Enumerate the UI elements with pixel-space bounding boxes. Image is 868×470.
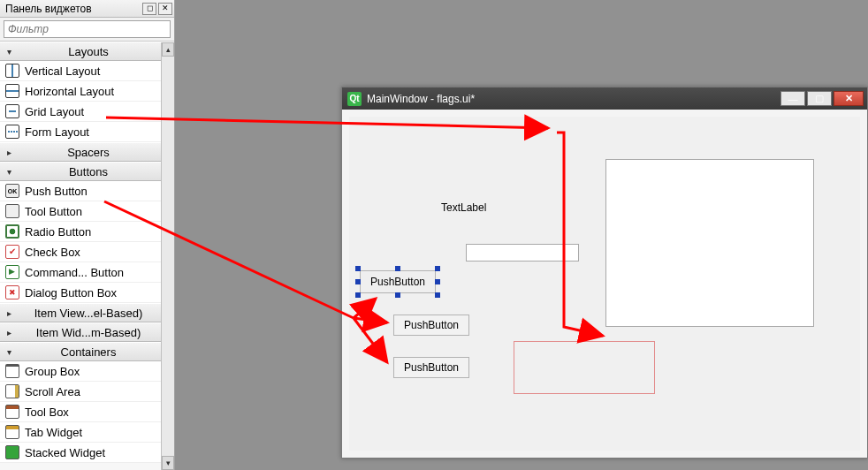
push-button-icon: OK: [5, 184, 19, 198]
widget-item-radio-button[interactable]: Radio Button: [0, 222, 174, 242]
category-buttons[interactable]: ▾ Buttons: [0, 162, 174, 181]
form-canvas[interactable]: TextLabel PushButton PushButton PushButt…: [349, 117, 860, 451]
radio-button-icon: [5, 224, 19, 239]
check-box-icon: [5, 245, 19, 259]
resize-handle[interactable]: [395, 292, 400, 298]
placed-push-button-3[interactable]: PushButton: [393, 357, 469, 378]
form-layout-icon: [5, 125, 19, 139]
button-label: PushButton: [370, 276, 425, 288]
filter-row: [0, 18, 174, 42]
widget-item-label: Check Box: [25, 246, 80, 259]
resize-handle[interactable]: [355, 292, 361, 298]
widget-item-dialog-button-box[interactable]: Dialog Button Box: [0, 283, 174, 303]
placed-push-button-selected[interactable]: PushButton: [360, 270, 436, 293]
form-title: MainWindow - flags.ui*: [367, 93, 779, 105]
category-containers[interactable]: ▾ Containers: [0, 342, 174, 361]
qt-logo-icon: Qt: [347, 92, 362, 106]
dock-close-button[interactable]: ✕: [158, 3, 172, 15]
tab-widget-icon: [5, 425, 19, 439]
category-spacers[interactable]: ▸ Spacers: [0, 142, 174, 162]
vertical-layout-icon: [5, 64, 19, 78]
chevron-right-icon: ▸: [3, 328, 15, 337]
widget-item-label: Tab Widget: [25, 426, 82, 439]
resize-handle[interactable]: [355, 266, 361, 271]
widget-item-check-box[interactable]: Check Box: [0, 242, 174, 262]
chevron-down-icon: ▾: [3, 167, 15, 177]
category-label: Containers: [15, 345, 174, 359]
widget-item-label: Tool Box: [25, 406, 69, 419]
placed-push-button-2[interactable]: PushButton: [393, 315, 469, 336]
maximize-button[interactable]: ▢: [807, 91, 832, 106]
dialog-button-box-icon: [5, 285, 19, 299]
widget-item-label: Tool Button: [25, 205, 82, 218]
chevron-right-icon: ▸: [3, 148, 15, 157]
widget-item-tab-widget[interactable]: Tab Widget: [0, 422, 174, 443]
tool-box-icon: [5, 405, 19, 419]
dock-titlebar: Панель виджетов ◻ ✕: [0, 0, 174, 18]
minimize-button[interactable]: —: [780, 91, 805, 106]
placed-text-label[interactable]: TextLabel: [441, 201, 486, 214]
button-label: PushButton: [404, 361, 459, 374]
widget-item-label: Push Button: [25, 185, 88, 198]
widget-box-dock: Панель виджетов ◻ ✕ ▾ Layouts Vertical L…: [0, 0, 175, 470]
widget-item-group-box[interactable]: Group Box: [0, 361, 174, 382]
widget-item-form-layout[interactable]: Form Layout: [0, 122, 174, 142]
close-icon: ✕: [845, 93, 853, 104]
widget-item-push-button[interactable]: OK Push Button: [0, 181, 174, 201]
widget-item-label: Radio Button: [25, 225, 91, 239]
category-layouts[interactable]: ▾ Layouts: [0, 42, 174, 61]
float-icon: ◻: [147, 4, 153, 12]
grid-layout-icon: [5, 104, 19, 118]
filter-input[interactable]: [4, 20, 171, 38]
widget-item-label: Dialog Button Box: [25, 286, 117, 299]
command-link-icon: [5, 265, 19, 279]
dock-title: Панель виджетов: [5, 3, 141, 15]
scroll-down-icon[interactable]: ▾: [162, 456, 174, 470]
scroll-up-icon[interactable]: ▴: [162, 42, 174, 57]
horizontal-layout-icon: [5, 84, 19, 98]
dock-float-button[interactable]: ◻: [142, 3, 156, 15]
widget-item-tool-box[interactable]: Tool Box: [0, 402, 174, 422]
chevron-down-icon: ▾: [3, 347, 15, 357]
placed-line-edit[interactable]: [466, 244, 579, 262]
widget-item-tool-button[interactable]: Tool Button: [0, 201, 174, 222]
widget-tree-scrollbar[interactable]: ▴ ▾: [161, 42, 174, 470]
widget-item-command-link-button[interactable]: Command... Button: [0, 262, 174, 283]
widget-item-stacked-widget[interactable]: Stacked Widget: [0, 443, 174, 463]
minimize-icon: —: [788, 94, 798, 104]
category-label: Spacers: [15, 146, 174, 159]
widget-item-label: Horizontal Layout: [25, 85, 114, 98]
close-button[interactable]: ✕: [834, 91, 864, 106]
widget-item-grid-layout[interactable]: Grid Layout: [0, 102, 174, 122]
scroll-area-icon: [5, 384, 19, 398]
window-buttons: — ▢ ✕: [779, 91, 864, 106]
stacked-widget-icon: [5, 445, 19, 459]
widget-item-label: Form Layout: [25, 125, 89, 139]
resize-handle[interactable]: [435, 279, 440, 284]
resize-handle[interactable]: [395, 266, 400, 271]
maximize-icon: ▢: [815, 93, 824, 104]
selection-wrapper: PushButton: [358, 269, 438, 295]
placed-layout-empty[interactable]: [514, 341, 655, 394]
widget-tree[interactable]: ▾ Layouts Vertical Layout Horizontal Lay…: [0, 42, 174, 469]
chevron-down-icon: ▾: [3, 47, 15, 57]
widget-item-vertical-layout[interactable]: Vertical Layout: [0, 61, 174, 81]
category-label: Item View...el-Based): [15, 307, 174, 320]
resize-handle[interactable]: [355, 279, 361, 284]
form-window: Qt MainWindow - flags.ui* — ▢ ✕ TextLabe…: [341, 87, 868, 459]
resize-handle[interactable]: [435, 292, 440, 298]
placed-widget-frame[interactable]: [605, 159, 814, 327]
form-titlebar[interactable]: Qt MainWindow - flags.ui* — ▢ ✕: [342, 87, 867, 110]
category-label: Item Wid...m-Based): [15, 326, 174, 339]
category-item-views[interactable]: ▸ Item View...el-Based): [0, 303, 174, 322]
widget-item-label: Grid Layout: [25, 105, 84, 118]
category-item-widgets[interactable]: ▸ Item Wid...m-Based): [0, 322, 174, 342]
chevron-right-icon: ▸: [3, 308, 15, 318]
resize-handle[interactable]: [435, 266, 440, 271]
widget-item-label: Stacked Widget: [25, 446, 105, 459]
widget-item-label: Group Box: [25, 365, 80, 378]
widget-item-label: Vertical Layout: [25, 64, 100, 78]
group-box-icon: [5, 364, 19, 378]
widget-item-scroll-area[interactable]: Scroll Area: [0, 382, 174, 402]
widget-item-horizontal-layout[interactable]: Horizontal Layout: [0, 81, 174, 102]
